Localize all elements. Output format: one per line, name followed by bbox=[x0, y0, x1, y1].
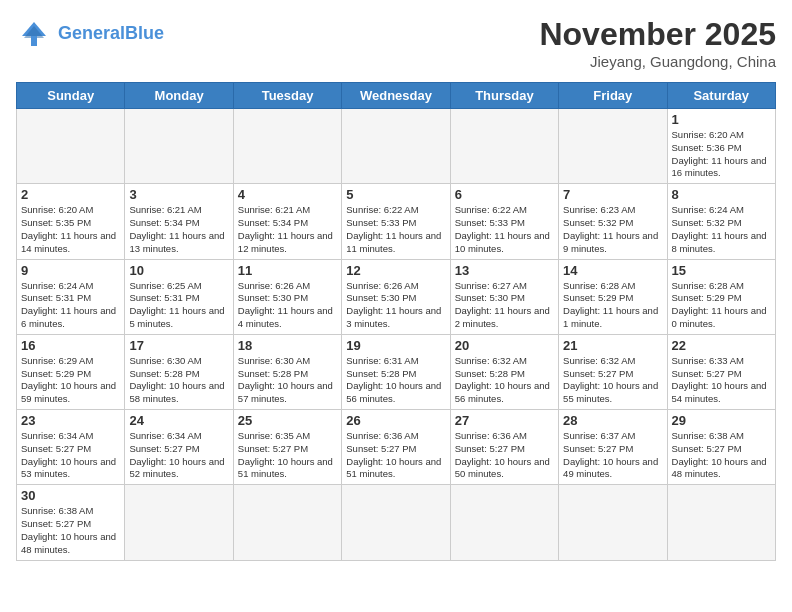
weekday-row: SundayMondayTuesdayWednesdayThursdayFrid… bbox=[17, 83, 776, 109]
calendar-cell: 30Sunrise: 6:38 AM Sunset: 5:27 PM Dayli… bbox=[17, 485, 125, 560]
calendar-week-row: 30Sunrise: 6:38 AM Sunset: 5:27 PM Dayli… bbox=[17, 485, 776, 560]
date-number: 30 bbox=[21, 488, 120, 503]
calendar-cell bbox=[233, 109, 341, 184]
calendar-cell: 9Sunrise: 6:24 AM Sunset: 5:31 PM Daylig… bbox=[17, 259, 125, 334]
calendar-cell: 17Sunrise: 6:30 AM Sunset: 5:28 PM Dayli… bbox=[125, 334, 233, 409]
date-number: 8 bbox=[672, 187, 771, 202]
calendar-cell: 7Sunrise: 6:23 AM Sunset: 5:32 PM Daylig… bbox=[559, 184, 667, 259]
weekday-header: Friday bbox=[559, 83, 667, 109]
calendar-cell: 12Sunrise: 6:26 AM Sunset: 5:30 PM Dayli… bbox=[342, 259, 450, 334]
cell-info: Sunrise: 6:22 AM Sunset: 5:33 PM Dayligh… bbox=[346, 204, 445, 255]
calendar-cell: 3Sunrise: 6:21 AM Sunset: 5:34 PM Daylig… bbox=[125, 184, 233, 259]
cell-info: Sunrise: 6:32 AM Sunset: 5:27 PM Dayligh… bbox=[563, 355, 662, 406]
date-number: 4 bbox=[238, 187, 337, 202]
date-number: 7 bbox=[563, 187, 662, 202]
weekday-header: Sunday bbox=[17, 83, 125, 109]
cell-info: Sunrise: 6:20 AM Sunset: 5:35 PM Dayligh… bbox=[21, 204, 120, 255]
svg-rect-3 bbox=[31, 36, 37, 46]
calendar-cell: 25Sunrise: 6:35 AM Sunset: 5:27 PM Dayli… bbox=[233, 410, 341, 485]
date-number: 6 bbox=[455, 187, 554, 202]
logo-general: General bbox=[58, 23, 125, 43]
date-number: 28 bbox=[563, 413, 662, 428]
date-number: 26 bbox=[346, 413, 445, 428]
calendar-cell: 20Sunrise: 6:32 AM Sunset: 5:28 PM Dayli… bbox=[450, 334, 558, 409]
calendar-cell bbox=[17, 109, 125, 184]
calendar-cell: 23Sunrise: 6:34 AM Sunset: 5:27 PM Dayli… bbox=[17, 410, 125, 485]
calendar-cell: 13Sunrise: 6:27 AM Sunset: 5:30 PM Dayli… bbox=[450, 259, 558, 334]
header: GeneralBlue November 2025 Jieyang, Guang… bbox=[16, 16, 776, 70]
cell-info: Sunrise: 6:20 AM Sunset: 5:36 PM Dayligh… bbox=[672, 129, 771, 180]
date-number: 27 bbox=[455, 413, 554, 428]
date-number: 25 bbox=[238, 413, 337, 428]
cell-info: Sunrise: 6:31 AM Sunset: 5:28 PM Dayligh… bbox=[346, 355, 445, 406]
logo-icon bbox=[16, 16, 52, 52]
weekday-header: Thursday bbox=[450, 83, 558, 109]
calendar-week-row: 9Sunrise: 6:24 AM Sunset: 5:31 PM Daylig… bbox=[17, 259, 776, 334]
date-number: 1 bbox=[672, 112, 771, 127]
cell-info: Sunrise: 6:28 AM Sunset: 5:29 PM Dayligh… bbox=[672, 280, 771, 331]
calendar-cell bbox=[125, 109, 233, 184]
calendar-cell: 19Sunrise: 6:31 AM Sunset: 5:28 PM Dayli… bbox=[342, 334, 450, 409]
date-number: 21 bbox=[563, 338, 662, 353]
cell-info: Sunrise: 6:26 AM Sunset: 5:30 PM Dayligh… bbox=[238, 280, 337, 331]
cell-info: Sunrise: 6:34 AM Sunset: 5:27 PM Dayligh… bbox=[21, 430, 120, 481]
calendar-cell: 15Sunrise: 6:28 AM Sunset: 5:29 PM Dayli… bbox=[667, 259, 775, 334]
logo-text: GeneralBlue bbox=[58, 24, 164, 44]
cell-info: Sunrise: 6:24 AM Sunset: 5:32 PM Dayligh… bbox=[672, 204, 771, 255]
date-number: 14 bbox=[563, 263, 662, 278]
calendar-cell bbox=[233, 485, 341, 560]
calendar-header: SundayMondayTuesdayWednesdayThursdayFrid… bbox=[17, 83, 776, 109]
cell-info: Sunrise: 6:22 AM Sunset: 5:33 PM Dayligh… bbox=[455, 204, 554, 255]
weekday-header: Monday bbox=[125, 83, 233, 109]
calendar-cell: 29Sunrise: 6:38 AM Sunset: 5:27 PM Dayli… bbox=[667, 410, 775, 485]
cell-info: Sunrise: 6:26 AM Sunset: 5:30 PM Dayligh… bbox=[346, 280, 445, 331]
cell-info: Sunrise: 6:29 AM Sunset: 5:29 PM Dayligh… bbox=[21, 355, 120, 406]
calendar-week-row: 16Sunrise: 6:29 AM Sunset: 5:29 PM Dayli… bbox=[17, 334, 776, 409]
cell-info: Sunrise: 6:30 AM Sunset: 5:28 PM Dayligh… bbox=[238, 355, 337, 406]
calendar-cell bbox=[450, 485, 558, 560]
calendar-cell: 27Sunrise: 6:36 AM Sunset: 5:27 PM Dayli… bbox=[450, 410, 558, 485]
month-title: November 2025 bbox=[539, 16, 776, 53]
date-number: 9 bbox=[21, 263, 120, 278]
calendar-cell bbox=[559, 485, 667, 560]
cell-info: Sunrise: 6:25 AM Sunset: 5:31 PM Dayligh… bbox=[129, 280, 228, 331]
date-number: 10 bbox=[129, 263, 228, 278]
cell-info: Sunrise: 6:28 AM Sunset: 5:29 PM Dayligh… bbox=[563, 280, 662, 331]
calendar-cell bbox=[559, 109, 667, 184]
cell-info: Sunrise: 6:32 AM Sunset: 5:28 PM Dayligh… bbox=[455, 355, 554, 406]
calendar-cell: 26Sunrise: 6:36 AM Sunset: 5:27 PM Dayli… bbox=[342, 410, 450, 485]
cell-info: Sunrise: 6:33 AM Sunset: 5:27 PM Dayligh… bbox=[672, 355, 771, 406]
date-number: 23 bbox=[21, 413, 120, 428]
cell-info: Sunrise: 6:21 AM Sunset: 5:34 PM Dayligh… bbox=[129, 204, 228, 255]
calendar-cell: 6Sunrise: 6:22 AM Sunset: 5:33 PM Daylig… bbox=[450, 184, 558, 259]
cell-info: Sunrise: 6:36 AM Sunset: 5:27 PM Dayligh… bbox=[455, 430, 554, 481]
date-number: 19 bbox=[346, 338, 445, 353]
date-number: 5 bbox=[346, 187, 445, 202]
weekday-header: Saturday bbox=[667, 83, 775, 109]
logo-blue: Blue bbox=[125, 23, 164, 43]
calendar-cell: 1Sunrise: 6:20 AM Sunset: 5:36 PM Daylig… bbox=[667, 109, 775, 184]
calendar-cell: 2Sunrise: 6:20 AM Sunset: 5:35 PM Daylig… bbox=[17, 184, 125, 259]
title-block: November 2025 Jieyang, Guangdong, China bbox=[539, 16, 776, 70]
calendar-cell: 11Sunrise: 6:26 AM Sunset: 5:30 PM Dayli… bbox=[233, 259, 341, 334]
date-number: 22 bbox=[672, 338, 771, 353]
calendar-cell: 24Sunrise: 6:34 AM Sunset: 5:27 PM Dayli… bbox=[125, 410, 233, 485]
date-number: 12 bbox=[346, 263, 445, 278]
cell-info: Sunrise: 6:30 AM Sunset: 5:28 PM Dayligh… bbox=[129, 355, 228, 406]
cell-info: Sunrise: 6:38 AM Sunset: 5:27 PM Dayligh… bbox=[672, 430, 771, 481]
calendar-week-row: 23Sunrise: 6:34 AM Sunset: 5:27 PM Dayli… bbox=[17, 410, 776, 485]
date-number: 2 bbox=[21, 187, 120, 202]
weekday-header: Wednesday bbox=[342, 83, 450, 109]
date-number: 29 bbox=[672, 413, 771, 428]
date-number: 16 bbox=[21, 338, 120, 353]
weekday-header: Tuesday bbox=[233, 83, 341, 109]
cell-info: Sunrise: 6:37 AM Sunset: 5:27 PM Dayligh… bbox=[563, 430, 662, 481]
calendar-table: SundayMondayTuesdayWednesdayThursdayFrid… bbox=[16, 82, 776, 561]
calendar-cell: 14Sunrise: 6:28 AM Sunset: 5:29 PM Dayli… bbox=[559, 259, 667, 334]
calendar-week-row: 2Sunrise: 6:20 AM Sunset: 5:35 PM Daylig… bbox=[17, 184, 776, 259]
calendar-week-row: 1Sunrise: 6:20 AM Sunset: 5:36 PM Daylig… bbox=[17, 109, 776, 184]
calendar-cell bbox=[342, 109, 450, 184]
location: Jieyang, Guangdong, China bbox=[539, 53, 776, 70]
calendar-cell: 18Sunrise: 6:30 AM Sunset: 5:28 PM Dayli… bbox=[233, 334, 341, 409]
cell-info: Sunrise: 6:38 AM Sunset: 5:27 PM Dayligh… bbox=[21, 505, 120, 556]
